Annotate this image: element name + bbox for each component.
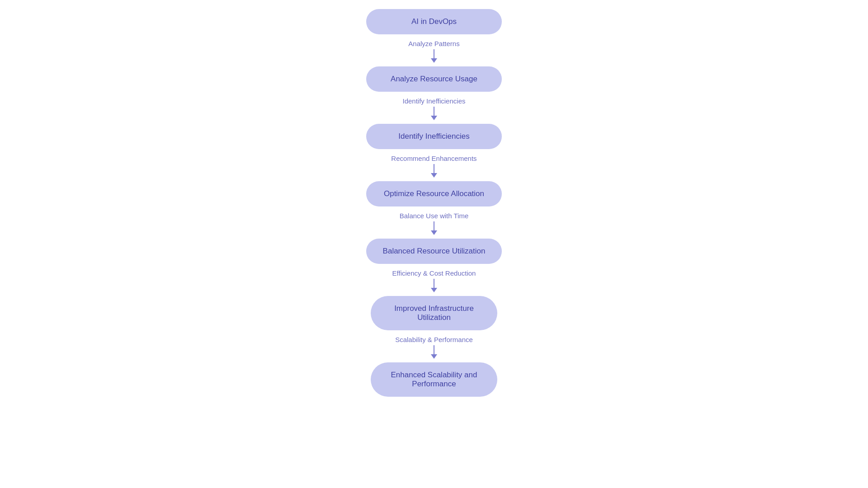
arrow-group [431, 221, 437, 239]
arrow-down [431, 288, 437, 292]
arrow-group [431, 279, 437, 296]
node-label: Analyze Resource Usage [391, 75, 477, 83]
arrow-group [431, 49, 437, 66]
node-label: Balanced Resource Utilization [383, 247, 486, 255]
arrow-line [434, 164, 434, 173]
arrow-line [434, 279, 434, 288]
connector-label: Efficiency & Cost Reduction [392, 269, 476, 277]
arrow-down [431, 116, 437, 120]
node-optimize-resource-allocation: Optimize Resource Allocation [366, 181, 502, 206]
node-enhanced-scalability-performance: Enhanced Scalability and Performance [371, 362, 497, 397]
node-identify-inefficiencies: Identify Inefficiencies [366, 124, 502, 149]
arrow-down [431, 58, 437, 63]
node-improved-infrastructure-utilization: Improved Infrastructure Utilization [371, 296, 497, 330]
arrow-group [431, 107, 437, 124]
arrow-group [431, 164, 437, 181]
node-balanced-resource-utilization: Balanced Resource Utilization [366, 239, 502, 264]
node-ai-in-devops: AI in DevOps [366, 9, 502, 34]
connector-3: Recommend Enhancements [344, 149, 524, 181]
node-label: Identify Inefficiencies [398, 132, 470, 141]
arrow-line [434, 49, 434, 58]
node-label: Enhanced Scalability and Performance [391, 371, 477, 388]
connector-label: Scalability & Performance [395, 336, 473, 343]
arrow-group [431, 345, 437, 362]
connector-5: Efficiency & Cost Reduction [344, 264, 524, 296]
node-label: Improved Infrastructure Utilization [394, 304, 474, 322]
node-label: AI in DevOps [411, 17, 457, 26]
arrow-line [434, 221, 434, 230]
connector-label: Balance Use with Time [400, 212, 469, 220]
connector-6: Scalability & Performance [344, 330, 524, 362]
connector-label: Recommend Enhancements [391, 155, 476, 162]
arrow-line [434, 345, 434, 354]
arrow-down [431, 354, 437, 359]
diagram-container: AI in DevOps Analyze Patterns Analyze Re… [344, 0, 524, 406]
arrow-line [434, 107, 434, 116]
connector-label: Identify Inefficiencies [403, 97, 466, 105]
connector-label: Analyze Patterns [408, 40, 459, 47]
arrow-down [431, 173, 437, 178]
node-label: Optimize Resource Allocation [384, 189, 484, 198]
connector-4: Balance Use with Time [344, 206, 524, 239]
connector-2: Identify Inefficiencies [344, 92, 524, 124]
connector-1: Analyze Patterns [344, 34, 524, 66]
arrow-down [431, 230, 437, 235]
node-analyze-resource-usage: Analyze Resource Usage [366, 66, 502, 92]
